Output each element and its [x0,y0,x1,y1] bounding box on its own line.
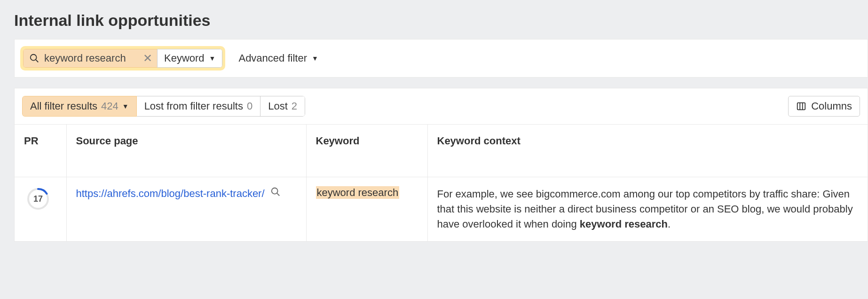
cell-source-page: https://ahrefs.com/blog/best-rank-tracke… [66,177,306,241]
tab-all-filter-results[interactable]: All filter results 424 ▼ [22,96,137,117]
tab-count: 2 [292,100,297,112]
results-panel: All filter results 424 ▼ Lost from filte… [14,88,868,242]
search-icon [29,53,39,63]
header-pr[interactable]: PR [15,125,66,177]
search-type-select[interactable]: Keyword ▼ [157,49,222,68]
tab-lost-from-filter[interactable]: Lost from filter results 0 [137,96,261,117]
tab-count: 424 [101,100,118,112]
header-keyword-context[interactable]: Keyword context [427,125,868,177]
header-source-page[interactable]: Source page [66,125,306,177]
tab-count: 0 [247,100,253,112]
search-type-label: Keyword [164,52,205,64]
tab-lost[interactable]: Lost 2 [260,96,305,117]
chevron-down-icon: ▼ [209,55,216,62]
search-box[interactable]: ✕ [23,49,157,68]
search-group: ✕ Keyword ▼ [23,49,222,68]
tab-label: Lost [268,100,288,112]
pr-value: 17 [33,194,43,204]
svg-line-1 [36,60,38,62]
chevron-down-icon: ▼ [122,102,129,110]
svg-point-0 [31,55,37,61]
context-text: For example, we see bigcommerce.com amon… [437,188,853,230]
clear-search-button[interactable]: ✕ [143,53,152,64]
chevron-down-icon: ▼ [312,55,318,62]
cell-keyword: keyword research [306,177,427,241]
tab-label: All filter results [30,100,97,112]
table-row: 17 https://ahrefs.com/blog/best-rank-tra… [15,177,868,241]
keyword-highlight: keyword research [316,186,400,199]
columns-icon [796,101,806,111]
filter-tabs: All filter results 424 ▼ Lost from filte… [22,96,305,117]
filter-panel: ✕ Keyword ▼ Advanced filter ▼ [14,39,868,78]
header-keyword[interactable]: Keyword [306,125,427,177]
search-icon [270,187,281,197]
cell-pr: 17 [15,177,66,241]
results-table: PR Source page Keyword Keyword context 1… [15,124,868,241]
columns-label: Columns [811,100,852,112]
advanced-filter-button[interactable]: Advanced filter ▼ [238,52,318,64]
inspect-icon[interactable] [270,189,281,199]
filter-bar: ✕ Keyword ▼ Advanced filter ▼ [15,39,868,77]
pr-badge: 17 [27,188,49,210]
advanced-filter-label: Advanced filter [238,52,307,64]
cell-keyword-context: For example, we see bigcommerce.com amon… [427,177,868,241]
search-highlight-wrap: ✕ Keyword ▼ [20,46,225,71]
tabs-row: All filter results 424 ▼ Lost from filte… [15,88,868,124]
svg-rect-2 [797,103,805,110]
page-title: Internal link opportunities [0,0,868,39]
table-header-row: PR Source page Keyword Keyword context [15,125,868,177]
context-bold: keyword research [580,218,668,230]
svg-line-7 [277,193,279,196]
columns-button[interactable]: Columns [788,96,860,117]
source-page-link[interactable]: https://ahrefs.com/blog/best-rank-tracke… [76,188,265,199]
tab-label: Lost from filter results [144,100,243,112]
svg-point-6 [271,188,277,194]
search-input[interactable] [44,52,138,64]
context-post: . [668,218,671,230]
